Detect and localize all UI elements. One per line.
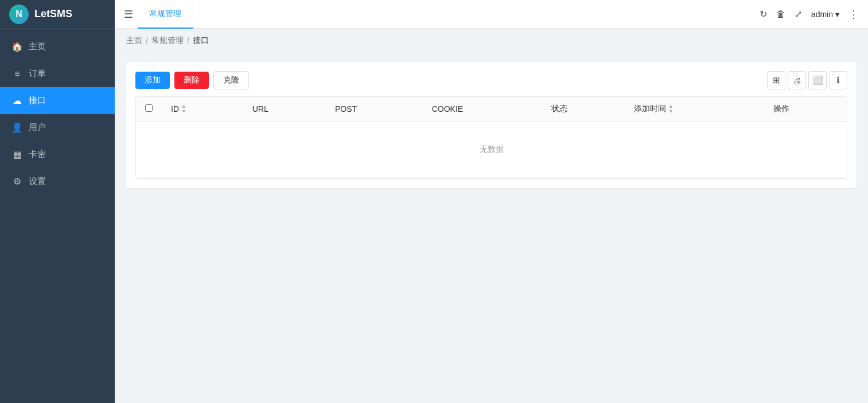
- export-button[interactable]: ⬜: [808, 71, 827, 89]
- clone-button[interactable]: 克隆: [213, 71, 249, 89]
- refresh-button[interactable]: ↻: [760, 9, 767, 19]
- header-tab-label: 常规管理: [149, 9, 181, 19]
- toolbar-right: ⊞ 🖨 ⬜ ℹ: [767, 71, 847, 89]
- breadcrumb-parent[interactable]: 常规管理: [151, 36, 184, 46]
- delete-button[interactable]: 🗑: [776, 9, 785, 19]
- grid-view-button[interactable]: ⊞: [767, 71, 785, 89]
- export-icon: ⬜: [812, 75, 823, 85]
- no-data-row: 无数据: [136, 122, 847, 178]
- home-icon: 🏠: [11, 41, 23, 52]
- batch-delete-button[interactable]: 删除: [174, 72, 209, 89]
- sort-arrows-id: ▲▼: [181, 104, 186, 114]
- th-cookie: COOKIE: [423, 97, 542, 122]
- main-content: ☰ 常规管理 ↻ 🗑 ⤢ admin ▾ ⋮ 主页 / 常规管理 / 接口 添加: [115, 0, 868, 403]
- sidebar-item-interface[interactable]: ☁ 接口: [0, 87, 115, 114]
- logo-text: LetSMS: [34, 8, 72, 20]
- header-actions: ↻ 🗑 ⤢ admin ▾ ⋮: [760, 8, 859, 21]
- sort-arrows-time: ▲▼: [668, 104, 674, 114]
- th-add-time: 添加时间 ▲▼: [625, 97, 764, 122]
- th-url: URL: [243, 97, 326, 122]
- th-action: 操作: [764, 97, 847, 122]
- th-status-label: 状态: [551, 104, 567, 113]
- sidebar-item-settings-label: 设置: [29, 176, 46, 187]
- logo-icon: N: [9, 5, 29, 24]
- th-id-sort[interactable]: ID ▲▼: [171, 104, 186, 114]
- add-button[interactable]: 添加: [135, 72, 170, 89]
- sidebar-item-users-label: 用户: [29, 122, 46, 133]
- toolbar: 添加 删除 克隆 ⊞ 🖨 ⬜ ℹ: [135, 71, 847, 89]
- fullscreen-button[interactable]: ⤢: [795, 9, 802, 19]
- breadcrumb-sep-2: /: [187, 36, 189, 45]
- sidebar: N LetSMS 🏠 主页 ≡ 订单 ☁ 接口 👤 用户 ▦ 卡密 ⚙ 设置: [0, 0, 115, 403]
- interface-icon: ☁: [11, 95, 23, 106]
- th-add-time-sort[interactable]: 添加时间 ▲▼: [634, 104, 674, 114]
- th-action-label: 操作: [773, 104, 789, 113]
- cards-icon: ▦: [11, 149, 23, 160]
- grid-icon: ⊞: [773, 75, 780, 85]
- th-id: ID ▲▼: [162, 97, 243, 122]
- users-icon: 👤: [11, 122, 23, 133]
- header: ☰ 常规管理 ↻ 🗑 ⤢ admin ▾ ⋮: [115, 0, 868, 29]
- select-all-checkbox[interactable]: [145, 104, 153, 112]
- sidebar-nav: 🏠 主页 ≡ 订单 ☁ 接口 👤 用户 ▦ 卡密 ⚙ 设置: [0, 29, 115, 403]
- menu-toggle-icon[interactable]: ☰: [124, 8, 133, 21]
- data-table: ID ▲▼ URL POST COOKIE: [136, 97, 847, 178]
- settings-icon: ⚙: [11, 176, 23, 187]
- info-button[interactable]: ℹ: [829, 71, 847, 89]
- orders-icon: ≡: [11, 69, 23, 79]
- content-area: 添加 删除 克隆 ⊞ 🖨 ⬜ ℹ: [115, 53, 868, 403]
- sidebar-item-home[interactable]: 🏠 主页: [0, 33, 115, 60]
- th-checkbox: [136, 97, 162, 122]
- breadcrumb-current: 接口: [193, 36, 209, 46]
- no-data-cell: 无数据: [136, 122, 847, 178]
- sidebar-item-orders[interactable]: ≡ 订单: [0, 60, 115, 87]
- main-card: 添加 删除 克隆 ⊞ 🖨 ⬜ ℹ: [126, 62, 857, 188]
- breadcrumb-sep-1: /: [146, 36, 148, 45]
- th-add-time-label: 添加时间: [634, 104, 666, 114]
- user-label: admin: [811, 10, 833, 19]
- data-table-wrap: ID ▲▼ URL POST COOKIE: [135, 96, 847, 179]
- print-icon: 🖨: [793, 76, 801, 85]
- sidebar-item-orders-label: 订单: [29, 68, 46, 79]
- sidebar-item-interface-label: 接口: [29, 95, 46, 106]
- more-options-icon[interactable]: ⋮: [848, 8, 859, 21]
- print-button[interactable]: 🖨: [788, 71, 806, 89]
- th-status: 状态: [542, 97, 625, 122]
- table-header: ID ▲▼ URL POST COOKIE: [136, 97, 847, 122]
- sidebar-item-settings[interactable]: ⚙ 设置: [0, 168, 115, 195]
- header-tab-active[interactable]: 常规管理: [138, 0, 193, 29]
- info-icon: ℹ: [836, 75, 840, 85]
- th-post: POST: [326, 97, 423, 122]
- user-dropdown-icon: ▾: [835, 10, 839, 19]
- table-body: 无数据: [136, 122, 847, 178]
- user-menu[interactable]: admin ▾: [811, 10, 839, 19]
- th-id-label: ID: [171, 104, 179, 114]
- breadcrumb-home[interactable]: 主页: [126, 36, 142, 46]
- th-url-label: URL: [252, 104, 268, 114]
- sidebar-logo: N LetSMS: [0, 0, 115, 29]
- sidebar-item-home-label: 主页: [29, 41, 46, 52]
- breadcrumb: 主页 / 常规管理 / 接口: [115, 29, 868, 53]
- sidebar-item-cards[interactable]: ▦ 卡密: [0, 141, 115, 168]
- th-post-label: POST: [335, 104, 357, 114]
- sidebar-item-users[interactable]: 👤 用户: [0, 114, 115, 141]
- sidebar-item-cards-label: 卡密: [29, 149, 46, 160]
- th-cookie-label: COOKIE: [432, 104, 463, 114]
